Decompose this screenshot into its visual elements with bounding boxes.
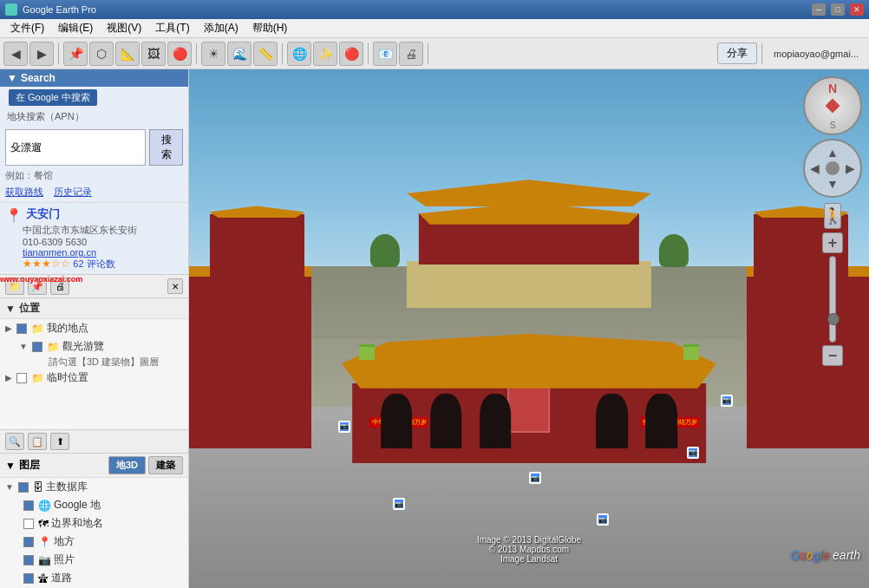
places-layer-checkbox[interactable] [23, 537, 34, 547]
arrow-right-icon: ▶ [846, 161, 855, 175]
menu-edit[interactable]: 编辑(E) [51, 19, 100, 37]
maximize-button[interactable]: □ [831, 3, 845, 16]
search-section: ▼ Search 在 Google 中搜索 地块搜索（APN） 搜索 例如：餐馆… [0, 69, 188, 275]
small-bldg-2 [683, 344, 699, 360]
menu-file[interactable]: 文件(F) [3, 19, 51, 37]
toolbar-sky[interactable]: ✨ [313, 42, 337, 66]
toolbar-placemark[interactable]: 📌 [63, 42, 88, 66]
tree-photos[interactable]: 📷 照片 [14, 551, 188, 569]
close-panel-btn[interactable]: ✕ [167, 278, 183, 294]
places-action-bar: 🔍 📋 ⬆ [0, 429, 188, 454]
tab-3d[interactable]: 地3D [108, 456, 146, 474]
google-label: Google 地 [54, 498, 101, 513]
minimize-button[interactable]: ─ [812, 3, 826, 16]
roads-checkbox[interactable] [23, 573, 34, 584]
direction-arrows[interactable]: ▲ ▼ ◀ ▶ [803, 139, 862, 198]
roads-label: 道路 [51, 571, 72, 585]
my-places-checkbox[interactable] [16, 323, 27, 334]
tree-borders[interactable]: 🗺 边界和地名 [14, 514, 188, 532]
toolbar-path[interactable]: 📐 [115, 42, 140, 66]
tree-places-layer[interactable]: 📍 地方 [14, 532, 188, 551]
tab-building[interactable]: 建築 [148, 456, 183, 474]
close-button[interactable]: ✕ [850, 3, 864, 16]
tree-roads[interactable]: 🛣 道路 [14, 569, 188, 587]
person-control[interactable]: 🚶 [803, 201, 862, 231]
result-reviews[interactable]: 62 评论数 [73, 258, 114, 269]
places-section: ▶ 📁 我的地点 ▼ 📁 觀光游覽 請勾選【3D 建築物】圖層 ▶ [0, 319, 188, 429]
toolbar-measure[interactable]: 📏 [253, 42, 278, 66]
map-marker-4[interactable]: 📷 [687, 447, 699, 459]
get-directions-link[interactable]: 获取路线 [5, 186, 43, 199]
toolbar-overlay[interactable]: 🖼 [141, 42, 166, 66]
map-marker-3[interactable]: 📷 [597, 513, 609, 526]
tree-tourism[interactable]: ▼ 📁 觀光游覽 [14, 337, 188, 356]
toolbar-mars[interactable]: 🔴 [339, 42, 363, 66]
star-rating: ★★★☆☆ [23, 258, 70, 270]
compass-ring[interactable]: N S [803, 76, 862, 135]
zoom-to-btn[interactable]: 🔍 [5, 433, 24, 450]
main-db-checkbox[interactable] [18, 482, 29, 493]
toolbar-water[interactable]: 🌊 [227, 42, 252, 66]
search-tab-google[interactable]: 在 Google 中搜索 [9, 89, 97, 106]
toolbar-email[interactable]: 📧 [373, 42, 397, 66]
zoom-out-button[interactable]: − [822, 345, 843, 366]
navigation-controls: N S ▲ ▼ ◀ ▶ 🚶 + − [803, 76, 862, 366]
bottom-section: 📁 📌 🖨 ✕ www.ouyaoxiazai.com ▼ 位置 ▶ 📁 我的地… [0, 275, 188, 588]
map-marker-6[interactable]: 📷 [338, 421, 350, 433]
map-area[interactable]: 中华人民共和国万岁 世界人民大团结万岁 📷 📷 📷 📷 📷 📷 [189, 69, 869, 588]
map-marker-5[interactable]: 📷 [721, 395, 733, 407]
small-bldg-1 [359, 344, 375, 360]
search-tab-apn[interactable]: 地块搜索（APN） [5, 109, 183, 126]
map-marker-2[interactable]: 📷 [529, 472, 541, 484]
zoom-slider-track[interactable] [829, 256, 836, 343]
result-website[interactable]: tiananmen.org.cn [5, 247, 183, 258]
temp-expand-icon: ▶ [5, 373, 12, 382]
borders-label: 边界和地名 [51, 516, 103, 531]
tree-my-places[interactable]: ▶ 📁 我的地点 [0, 319, 188, 337]
menu-view[interactable]: 视图(V) [100, 19, 148, 37]
toolbar-globe[interactable]: 🌐 [287, 42, 311, 66]
borders-icon: 🗺 [38, 518, 49, 530]
borders-checkbox[interactable] [23, 519, 34, 529]
title-bar: Google Earth Pro ─ □ ✕ [0, 0, 869, 19]
menu-help[interactable]: 帮助(H) [245, 19, 295, 37]
toolbar-back[interactable]: ◀ [3, 42, 28, 66]
toolbar-sep6 [761, 43, 762, 64]
zoom-slider-thumb[interactable] [827, 313, 840, 325]
roads-icon: 🛣 [38, 572, 49, 585]
view-btn[interactable]: 📋 [28, 433, 47, 450]
places-header: ▼ 位置 [0, 298, 188, 319]
upload-btn[interactable]: ⬆ [50, 433, 69, 450]
history-link[interactable]: 历史记录 [54, 186, 92, 199]
menu-tools[interactable]: 工具(T) [148, 19, 196, 37]
toolbar-sep2 [196, 43, 197, 64]
tree-main-db[interactable]: ▼ 🗄 主数据库 [0, 478, 188, 496]
photos-checkbox[interactable] [23, 555, 34, 565]
search-input[interactable] [5, 129, 146, 166]
tiananmen-gate: 中华人民共和国万岁 世界人民大团结万岁 [352, 334, 706, 464]
triangle-icon: ▼ [7, 72, 17, 84]
user-email: mopiaoyao@gmai... [767, 49, 866, 59]
toolbar-print[interactable]: 🖨 [399, 42, 423, 66]
toolbar-polygon[interactable]: ⬡ [89, 42, 114, 66]
search-button[interactable]: 搜索 [149, 129, 183, 166]
tree-temp-place[interactable]: ▶ 📁 临时位置 [0, 369, 188, 387]
tree-google[interactable]: 🌐 Google 地 [14, 496, 188, 514]
temp-checkbox[interactable] [16, 373, 27, 383]
toolbar-sun[interactable]: ☀ [201, 42, 225, 66]
result-name[interactable]: 天安门 [26, 206, 60, 222]
share-button[interactable]: 分享 [717, 42, 757, 64]
street-view-person-icon[interactable]: 🚶 [824, 203, 841, 229]
menu-add[interactable]: 添加(A) [197, 19, 245, 37]
google-checkbox[interactable] [23, 500, 34, 511]
toolbar-forward[interactable]: ▶ [29, 42, 54, 66]
photos-label: 照片 [54, 552, 75, 567]
tourism-checkbox[interactable] [32, 342, 42, 352]
places-triangle: ▼ [5, 303, 16, 315]
app-title: Google Earth Pro [23, 4, 96, 15]
zoom-in-button[interactable]: + [822, 232, 843, 253]
layers-title: 图层 [19, 458, 40, 473]
toolbar-record[interactable]: 🔴 [167, 42, 192, 66]
result-item: 📍 天安门 中国北京市东城区东长安街 010-6309 5630 tiananm… [0, 202, 188, 274]
map-marker-1[interactable]: 📷 [393, 498, 405, 510]
